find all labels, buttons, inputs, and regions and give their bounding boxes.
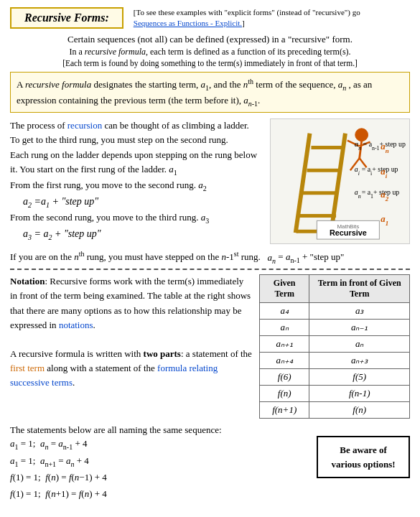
svg-text:Recursive: Recursive <box>330 228 367 237</box>
given-term-cell: aₙ <box>260 320 309 336</box>
stmt-3: f(1) = 1; f(n) = f(n−1) + 4 <box>10 470 309 485</box>
math-a2: a2 =a1 + "step up" <box>23 194 263 210</box>
nth-line: If you are on the nth rung, you must hav… <box>10 250 410 264</box>
table-row: aₙ₊₄aₙ₊₃ <box>260 353 410 369</box>
term-in-front-cell: f(n) <box>309 402 410 419</box>
notation-text: Notation: Recursive forms work with the … <box>10 274 252 419</box>
stmt-2: a1 = 1; an+1 = an + 4 <box>10 453 309 470</box>
para-second-rung: From the second rung, you move to the th… <box>10 210 263 226</box>
term-in-front-cell: aₙ₊₃ <box>309 353 410 369</box>
intro-line1: Certain sequences (not all) can be defin… <box>10 34 410 45</box>
intro-line3: [Each term is found by doing something t… <box>10 59 410 67</box>
intro-line2: In a recursive formula, each term is def… <box>10 47 410 57</box>
given-term-cell: a₄ <box>260 303 309 320</box>
header-row: Recursive Forms: [To see these examples … <box>10 7 410 29</box>
table-row: aₙaₙ₋₁ <box>260 320 410 336</box>
term-in-front-cell: aₙ₋₁ <box>309 320 410 336</box>
main-content: The process of recursion can be thought … <box>10 118 410 244</box>
term-in-front-cell: f(5) <box>309 369 410 386</box>
para-each-rung: Each rung on the ladder depends upon ste… <box>10 148 263 178</box>
table-row: f(n+1)f(n) <box>260 402 410 419</box>
col-term-in-front: Term in front of Given Term <box>309 275 410 303</box>
table-row: aₙ₊₁aₙ <box>260 336 410 353</box>
notation-para2: A recursive formula is written with two … <box>10 347 252 390</box>
aware-box: Be aware of various options! <box>317 436 410 478</box>
para-recursion: The process of recursion can be thought … <box>10 118 263 133</box>
notation-table-wrapper: Given Term Term in front of Given Term a… <box>259 274 410 419</box>
header-note-bracket: ] <box>242 19 245 27</box>
stmt-1: a1 = 1; an = an-1 + 4 <box>10 436 309 453</box>
title-box: Recursive Forms: <box>10 7 123 29</box>
table-row: a₄a₃ <box>260 303 410 320</box>
statements-section: The statements below are all naming the … <box>10 424 410 501</box>
header-note-link[interactable]: Sequences as Functions - Explicit. <box>134 19 242 27</box>
given-term-cell: aₙ₊₄ <box>260 353 309 369</box>
given-term-cell: f(n) <box>260 386 309 402</box>
para-first-rung: From the first rung, you move to the sec… <box>10 178 263 194</box>
table-row: f(6)f(5) <box>260 369 410 386</box>
ladder-illustration-wrapper: an = an-1+ step up an ai = ai+ step up a… <box>270 118 410 244</box>
header-note: [To see these examples with "explicit fo… <box>134 7 360 29</box>
para-third-rung: To get to the third rung, you must step … <box>10 133 263 147</box>
term-in-front-cell: f(n-1) <box>309 386 410 402</box>
given-term-cell: f(n+1) <box>260 402 309 419</box>
header-note-line1: [To see these examples with "explicit fo… <box>134 8 360 17</box>
table-row: f(n)f(n-1) <box>260 386 410 402</box>
col-given-term: Given Term <box>260 275 309 303</box>
math-a3: a3 = a2 + "step up" <box>23 226 263 243</box>
stmt-4: f(1) = 1; f(n+1) = f(n) + 4 <box>10 486 309 502</box>
statements-intro: The statements below are all naming the … <box>10 424 410 436</box>
ladder-description: The process of recursion can be thought … <box>10 118 263 244</box>
statements-row: a1 = 1; an = an-1 + 4 a1 = 1; an+1 = an … <box>10 436 410 501</box>
ladder-illustration: an = an-1+ step up an ai = ai+ step up a… <box>270 118 410 244</box>
notation-section: Notation: Recursive forms work with the … <box>10 274 410 419</box>
term-in-front-cell: aₙ <box>309 336 410 353</box>
notation-table: Given Term Term in front of Given Term a… <box>259 274 410 419</box>
divider <box>10 269 410 270</box>
notations-link[interactable]: notations <box>59 320 93 330</box>
yellow-box: A recursive formula designates the start… <box>10 72 410 113</box>
page-title: Recursive Forms: <box>24 11 109 24</box>
statements-list: a1 = 1; an = an-1 + 4 a1 = 1; an+1 = an … <box>10 436 309 501</box>
first-term-link[interactable]: first term <box>10 363 45 373</box>
notation-para1: Notation: Recursive forms work with the … <box>10 274 252 332</box>
term-in-front-cell: a₃ <box>309 303 410 320</box>
given-term-cell: f(6) <box>260 369 309 386</box>
given-term-cell: aₙ₊₁ <box>260 336 309 353</box>
